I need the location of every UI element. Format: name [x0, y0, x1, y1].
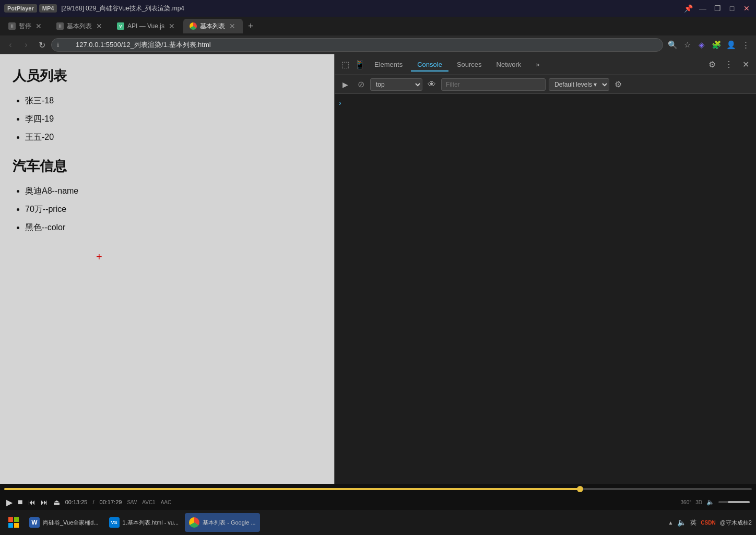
speaker-icon[interactable]: 🔈	[677, 518, 686, 527]
audio-info: AAC	[161, 500, 172, 505]
app-name: PotPlayer	[4, 4, 37, 13]
devtools-tab-network[interactable]: Network	[490, 58, 528, 72]
devtools-panel: ⬚ 📱 Elements Console Sources Network » ⚙…	[334, 54, 756, 510]
svg-rect-1	[14, 517, 19, 522]
eye-btn[interactable]: 👁	[426, 80, 438, 89]
windows-icon	[8, 517, 19, 528]
minimize-btn[interactable]: —	[698, 4, 708, 13]
run-btn[interactable]: ▶	[339, 80, 351, 89]
next-btn[interactable]: ⏭	[41, 498, 48, 506]
codec-info: AVC1	[142, 500, 155, 505]
zoom-info: 360°	[681, 500, 692, 505]
console-bar: ▶ ⊘ top 👁 Default levels ▾ ⚙	[335, 75, 756, 94]
tab-basic-list1[interactable]: ⏸ 基本列表 ✕	[50, 19, 110, 33]
word-app-label: 尚硅谷_Vue全家桶d...	[43, 519, 99, 527]
tab-label-active: 基本列表	[200, 22, 225, 31]
tab-label-paused1: 暂停	[19, 22, 31, 31]
title-filename: [29/168] 029_尚硅谷Vue技术_列表渲染.mp4	[61, 4, 679, 13]
list-item: 奥迪A8--name	[25, 184, 322, 199]
extension1-btn[interactable]: ◈	[695, 40, 708, 50]
address-text: 127.0.0.1:5500/12_列表渲染/1.基本列表.html	[76, 40, 211, 50]
volume-area: 360° 3D 🔈	[681, 498, 750, 506]
settings-icon[interactable]: ⚙	[706, 60, 718, 69]
reload-btn[interactable]: ↻	[36, 40, 48, 50]
tab-favicon-vue: V	[117, 22, 124, 30]
svg-rect-2	[8, 523, 13, 528]
chrome-icon	[189, 517, 199, 528]
start-btn[interactable]	[4, 513, 23, 532]
progress-thumb[interactable]	[577, 486, 583, 492]
volume-icon[interactable]: 🔈	[706, 498, 714, 506]
tab-label-vue: API — Vue.js	[127, 22, 164, 30]
tab-close-active[interactable]: ✕	[228, 22, 237, 30]
app-logo[interactable]: PotPlayer MP4	[4, 4, 57, 13]
eject-btn[interactable]: ⏏	[53, 498, 60, 506]
taskbar-app-chrome[interactable]: 基本列表 - Google ...	[185, 513, 259, 532]
taskbar-app-word[interactable]: W 尚硅谷_Vue全家桶d...	[25, 513, 103, 532]
vscode-app-label: 1.基本列表.html - vu...	[123, 519, 179, 527]
prev-btn[interactable]: ⏮	[28, 498, 36, 506]
volume-track[interactable]	[718, 501, 750, 503]
menu-btn[interactable]: ⋮	[739, 40, 752, 50]
list-item: 王五-20	[25, 130, 322, 145]
systray-expand[interactable]: ▲	[668, 520, 673, 526]
extension2-btn[interactable]: 🧩	[710, 40, 723, 50]
progress-filled	[4, 488, 580, 490]
more-options-icon[interactable]: ⋮	[723, 60, 735, 69]
pin-btn[interactable]: 📌	[683, 4, 693, 13]
progress-track[interactable]	[4, 488, 752, 490]
console-settings-icon[interactable]: ⚙	[615, 79, 622, 89]
clear-btn[interactable]: ⊘	[355, 79, 367, 89]
levels-select[interactable]: Default levels ▾	[549, 78, 609, 91]
tab-vuejs-api[interactable]: V API — Vue.js ✕	[111, 19, 182, 33]
devtools-tab-more[interactable]: »	[529, 58, 546, 72]
persons-list: 张三-18 李四-19 王五-20	[13, 93, 322, 145]
tab-close-vue[interactable]: ✕	[168, 22, 176, 30]
tab-favicon-chrome	[190, 22, 197, 30]
address-bar: ‹ › ↻ ℹ 127.0.0.1:5500/12_列表渲染/1.基本列表.ht…	[0, 35, 756, 54]
format-badge: MP4	[39, 4, 57, 13]
devtools-tab-elements[interactable]: Elements	[368, 58, 409, 72]
console-expand-arrow[interactable]: ›	[339, 99, 341, 107]
maximize-btn[interactable]: □	[727, 4, 737, 13]
lock-icon: ℹ	[57, 42, 59, 49]
forward-btn[interactable]: ›	[20, 40, 32, 50]
webpage: 人员列表 张三-18 李四-19 王五-20 汽车信息 奥迪A8--name 7…	[0, 54, 334, 510]
devtools-tab-sources[interactable]: Sources	[451, 58, 488, 72]
word-icon: W	[29, 517, 40, 528]
stop-btn[interactable]: ■	[18, 497, 23, 507]
tab-label-basic1: 基本列表	[67, 22, 92, 31]
zoom-btn[interactable]: 🔍	[666, 40, 679, 50]
back-btn[interactable]: ‹	[4, 40, 17, 50]
restore-btn[interactable]: ❐	[712, 4, 723, 13]
profile-btn[interactable]: 👤	[725, 40, 737, 50]
svg-rect-3	[14, 523, 19, 528]
language-indicator[interactable]: 英	[690, 518, 696, 527]
tab-close-basic1[interactable]: ✕	[95, 22, 103, 30]
section-cars: 汽车信息 奥迪A8--name 70万--price 黑色--color	[13, 157, 322, 235]
tab-basic-list-active[interactable]: 基本列表 ✕	[183, 19, 243, 33]
address-input-container[interactable]: ℹ 127.0.0.1:5500/12_列表渲染/1.基本列表.html	[51, 38, 663, 52]
list-item: 李四-19	[25, 112, 322, 127]
device-toolbar-btn[interactable]: 📱	[353, 60, 366, 69]
devtools-content: ›	[335, 94, 756, 510]
close-devtools-btn[interactable]: ✕	[739, 60, 752, 69]
section-persons: 人员列表 张三-18 李四-19 王五-20	[13, 67, 322, 145]
context-select[interactable]: top	[370, 78, 422, 91]
new-tab-btn[interactable]: +	[244, 21, 258, 32]
volume-fill	[728, 501, 750, 503]
tab-close-paused1[interactable]: ✕	[34, 22, 43, 30]
devtools-tab-console[interactable]: Console	[411, 58, 448, 72]
filter-input[interactable]	[441, 78, 546, 91]
bookmark-btn[interactable]: ☆	[681, 40, 693, 50]
total-time: 00:17:29	[100, 499, 122, 505]
inspect-element-btn[interactable]: ⬚	[339, 60, 351, 69]
tab-favicon-basic1: ⏸	[56, 22, 64, 30]
taskbar-app-vscode[interactable]: VS 1.基本列表.html - vu...	[105, 513, 183, 532]
taskbar-right: ▲ 🔈 英 CSDN @守木成桂2	[668, 518, 752, 527]
tab-paused1[interactable]: ⏸ 暂停 ✕	[2, 19, 49, 33]
close-btn[interactable]: ✕	[741, 4, 752, 13]
play-btn[interactable]: ▶	[6, 497, 13, 507]
window-controls: 📌 — ❐ □ ✕	[683, 4, 752, 13]
cursor-crosshair: +	[96, 251, 322, 263]
